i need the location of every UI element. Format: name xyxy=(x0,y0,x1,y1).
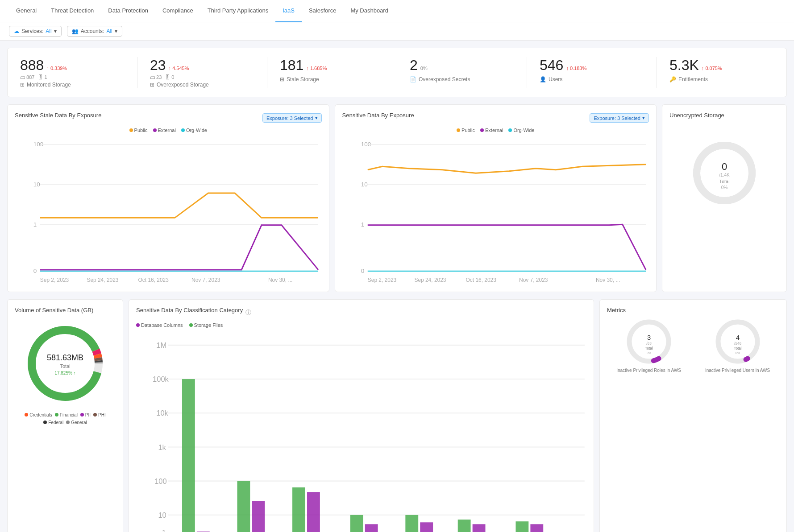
svg-text:0: 0 xyxy=(33,268,37,274)
cloud-icon: ☁ xyxy=(14,28,19,34)
nav-item-iaas[interactable]: IaaS xyxy=(275,0,302,22)
accounts-filter[interactable]: 👥 Accounts: All ▾ xyxy=(67,26,122,37)
svg-text:17.825% ↑: 17.825% ↑ xyxy=(54,371,75,375)
metric-donut-2: 4 /546 Total 0% xyxy=(713,317,762,366)
sensitive-data-chart: 100 10 1 0 Sep 2, 2023 Sep 24, 2023 Oct … xyxy=(342,136,649,283)
svg-text:1k: 1k xyxy=(158,443,166,451)
stat-users: 546 ↑ 0.183% 👤 Users xyxy=(527,57,657,88)
svg-text:581.63MB: 581.63MB xyxy=(47,353,83,362)
storage-icon: ⊞ xyxy=(150,82,154,88)
svg-text:Sep 24, 2023: Sep 24, 2023 xyxy=(414,277,446,283)
svg-text:4: 4 xyxy=(736,334,739,341)
chevron-down-icon: ▾ xyxy=(315,115,318,121)
stat-overexposed-secrets: 2 0% 📄 Overexposed Secrets xyxy=(397,57,527,88)
nav-bar: General Threat Detection Data Protection… xyxy=(0,0,794,22)
svg-text:0: 0 xyxy=(722,161,727,172)
svg-text:Total: Total xyxy=(645,346,653,351)
stat-stale-storage: 181 ↑ 1.685% ⊞ Stale Storage xyxy=(267,57,397,88)
classification-card: Sensitive Data By Classification Categor… xyxy=(129,299,594,532)
nav-item-my-dashboard[interactable]: My Dashboard xyxy=(343,0,395,22)
info-icon: ⓘ xyxy=(245,309,251,317)
svg-rect-64 xyxy=(405,515,418,532)
entitlements-icon: 🔑 xyxy=(669,76,676,82)
svg-text:Nov 30, ...: Nov 30, ... xyxy=(268,277,292,283)
svg-rect-67 xyxy=(473,524,486,532)
svg-rect-61 xyxy=(307,492,320,532)
stats-row: 888 ↑ 0.339% 🗃 887 🗄 1 ⊞ Monitored Stora… xyxy=(7,48,787,97)
metric-users: 4 /546 Total 0% Inactive Privileged User… xyxy=(696,317,779,373)
nav-item-data-protection[interactable]: Data Protection xyxy=(101,0,155,22)
chevron-down-icon: ▾ xyxy=(54,28,57,34)
svg-rect-63 xyxy=(365,524,378,532)
exposure-filter-1[interactable]: Exposure: 3 Selected ▾ xyxy=(262,113,322,123)
volume-card: Volume of Sensitive Data (GB) 581.63 xyxy=(7,299,123,532)
svg-text:100k: 100k xyxy=(153,375,169,383)
svg-text:/1.4K: /1.4K xyxy=(719,173,730,177)
charts-section: Sensitive Stale Data By Exposure Exposur… xyxy=(7,104,787,292)
svg-text:10k: 10k xyxy=(156,409,168,417)
stat-entitlements: 5.3K ↑ 0.075% 🔑 Entitlements xyxy=(657,57,786,88)
nav-item-third-party[interactable]: Third Party Applications xyxy=(200,0,276,22)
svg-text:Sep 2, 2023: Sep 2, 2023 xyxy=(367,277,396,283)
svg-text:100: 100 xyxy=(154,477,166,485)
svg-text:0%: 0% xyxy=(735,351,740,355)
nav-item-general[interactable]: General xyxy=(9,0,44,22)
svg-rect-65 xyxy=(420,522,433,532)
svg-text:Nov 7, 2023: Nov 7, 2023 xyxy=(191,277,220,283)
accounts-icon: 👥 xyxy=(72,28,79,34)
svg-text:1: 1 xyxy=(33,221,37,228)
svg-text:10: 10 xyxy=(361,181,367,188)
svg-rect-58 xyxy=(237,481,250,532)
stat-overexposed-storage: 23 ↑ 4.545% 🗃 23 🗄 0 ⊞ Overexposed Stora… xyxy=(137,57,267,88)
svg-text:0%: 0% xyxy=(721,185,728,190)
exposure-filter-2[interactable]: Exposure: 3 Selected ▾ xyxy=(590,113,649,123)
services-filter[interactable]: ☁ Services: All ▾ xyxy=(9,26,62,37)
metric-roles: 3 /63 Total 0% Inactive Privileged Roles… xyxy=(607,317,690,373)
stat-monitored-storage: 888 ↑ 0.339% 🗃 887 🗄 1 ⊞ Monitored Stora… xyxy=(8,57,137,88)
volume-donut-chart: 581.63MB Total 17.825% ↑ xyxy=(21,319,110,408)
svg-text:Oct 16, 2023: Oct 16, 2023 xyxy=(138,277,169,283)
chart-stale-data: Sensitive Stale Data By Exposure Exposur… xyxy=(7,104,329,292)
svg-text:Sep 24, 2023: Sep 24, 2023 xyxy=(87,277,118,283)
svg-text:Oct 16, 2023: Oct 16, 2023 xyxy=(466,277,496,283)
svg-text:Total: Total xyxy=(719,179,729,184)
svg-rect-59 xyxy=(252,501,265,532)
classification-chart: 1M 100k 10k 1k 100 10 1 xyxy=(136,331,586,532)
svg-text:10: 10 xyxy=(33,181,40,188)
svg-rect-69 xyxy=(530,524,543,532)
metrics-card: Metrics 3 /63 Total 0% Inactive Privileg… xyxy=(599,299,787,532)
svg-text:/546: /546 xyxy=(734,342,741,346)
svg-text:1: 1 xyxy=(361,221,364,228)
svg-rect-56 xyxy=(182,379,195,532)
svg-rect-68 xyxy=(515,521,528,532)
secrets-icon: 📄 xyxy=(410,76,416,82)
nav-item-compliance[interactable]: Compliance xyxy=(155,0,200,22)
svg-rect-60 xyxy=(292,487,305,532)
unencrypted-donut: 0 /1.4K Total 0% xyxy=(689,137,760,209)
svg-text:1M: 1M xyxy=(156,341,166,349)
metric-donut-1: 3 /63 Total 0% xyxy=(624,317,673,366)
bottom-section: Volume of Sensitive Data (GB) 581.63 xyxy=(7,299,787,532)
nav-item-threat-detection[interactable]: Threat Detection xyxy=(44,0,101,22)
nav-item-salesforce[interactable]: Salesforce xyxy=(302,0,343,22)
chevron-down-icon: ▾ xyxy=(642,115,645,121)
storage-icon: ⊞ xyxy=(280,76,284,82)
svg-text:Total: Total xyxy=(734,346,742,351)
svg-text:Total: Total xyxy=(60,363,70,369)
chart-sensitive-data: Sensitive Data By Exposure Exposure: 3 S… xyxy=(335,104,657,292)
svg-text:Nov 7, 2023: Nov 7, 2023 xyxy=(519,277,548,283)
svg-text:Sep 2, 2023: Sep 2, 2023 xyxy=(40,277,69,283)
svg-text:10: 10 xyxy=(158,511,166,519)
chart-unencrypted: Unencrypted Storage 0 /1.4K Total 0% xyxy=(662,104,787,292)
svg-text:0%: 0% xyxy=(646,351,651,355)
user-icon: 👤 xyxy=(540,76,546,82)
storage-icon: ⊞ xyxy=(20,82,25,88)
svg-text:0: 0 xyxy=(361,268,364,274)
svg-rect-62 xyxy=(350,515,363,532)
filter-bar: ☁ Services: All ▾ 👥 Accounts: All ▾ xyxy=(0,22,794,41)
chevron-down-icon: ▾ xyxy=(115,28,117,34)
svg-text:Nov 30, ...: Nov 30, ... xyxy=(595,277,619,283)
stale-data-chart: 100 10 1 0 Sep 2, 2023 Sep 24, 2023 Oct … xyxy=(15,136,322,283)
svg-text:3: 3 xyxy=(647,334,650,341)
svg-text:1: 1 xyxy=(162,528,166,532)
